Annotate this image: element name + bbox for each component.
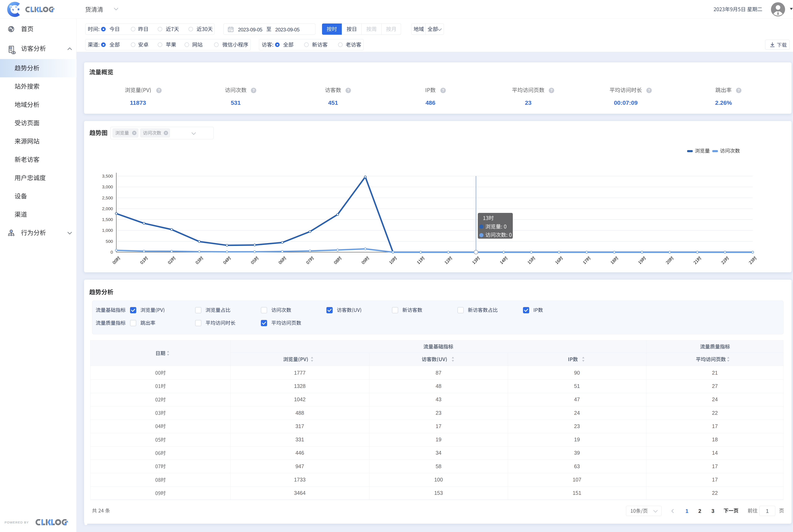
svg-text:1,000: 1,000 <box>102 228 113 233</box>
svg-text:2,500: 2,500 <box>102 195 113 200</box>
svg-text:3,000: 3,000 <box>102 184 113 189</box>
svg-text:1,500: 1,500 <box>102 217 113 222</box>
svg-text:0: 0 <box>110 250 113 254</box>
svg-text:2,000: 2,000 <box>102 206 113 211</box>
svg-text:500: 500 <box>106 239 113 244</box>
svg-text:3,500: 3,500 <box>102 174 113 178</box>
